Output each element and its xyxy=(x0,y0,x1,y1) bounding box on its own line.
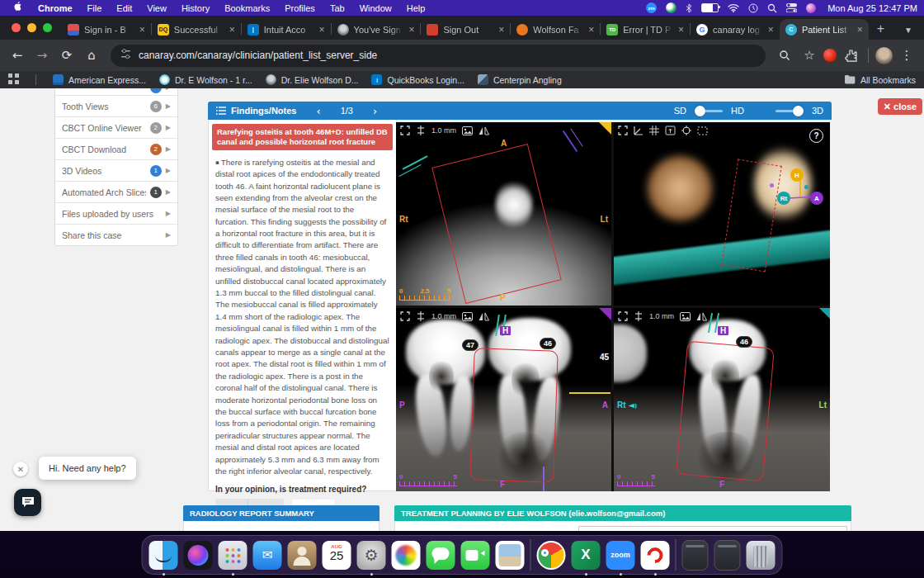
expand-icon[interactable] xyxy=(400,311,410,321)
sidebar-item-cbct-download[interactable]: CBCT Download2▶ xyxy=(55,138,177,159)
tab-patient-list-active[interactable]: CPatient List× xyxy=(780,19,869,40)
home-button[interactable]: ⌂ xyxy=(81,45,102,66)
audio-icon[interactable]: ◄) xyxy=(628,400,637,410)
clock-status-icon[interactable] xyxy=(748,2,758,14)
viewer-quadrant-axial[interactable]: 1.0 mm A Rt Lt P 02.55 xyxy=(396,122,611,306)
3d-toggle[interactable] xyxy=(776,106,804,116)
tab-close-icon[interactable]: × xyxy=(498,25,504,35)
help-icon[interactable]: ? xyxy=(809,129,823,143)
sidebar-item-partial[interactable]: ▶ xyxy=(55,88,177,95)
tab-intuit[interactable]: |Intuit Acco× xyxy=(242,19,331,40)
zoom-status-icon[interactable]: zm xyxy=(646,2,657,13)
dock-minimized-window-2[interactable] xyxy=(714,540,741,571)
menu-history[interactable]: History xyxy=(174,3,217,13)
tab-youve-signed[interactable]: You've Sign× xyxy=(332,19,421,40)
dock-messages-icon[interactable] xyxy=(427,541,455,570)
expand-icon[interactable] xyxy=(618,311,628,321)
flip-icon[interactable] xyxy=(696,312,707,321)
menu-tab[interactable]: Tab xyxy=(323,3,352,13)
sidebar-item-3d-videos[interactable]: 3D Videos1▶ xyxy=(55,159,177,181)
axis-head-marker[interactable]: H xyxy=(790,168,804,182)
sidebar-item-tooth-views[interactable]: Tooth Views6▶ xyxy=(55,95,177,116)
image-settings-icon[interactable] xyxy=(462,312,473,321)
findings-next-button[interactable]: › xyxy=(361,105,389,117)
window-zoom-button[interactable] xyxy=(43,23,52,32)
spotlight-search-icon[interactable] xyxy=(767,2,777,14)
bluetooth-icon[interactable] xyxy=(686,2,692,14)
sidebar-item-automated-arch-slices[interactable]: Automated Arch Slices1▶ xyxy=(55,181,177,202)
extension-trendmicro-icon[interactable] xyxy=(823,49,837,62)
tab-search-chevron-icon[interactable]: ▼ xyxy=(893,26,924,40)
bookmark-star-icon[interactable]: ☆ xyxy=(799,45,820,66)
siri-status-icon[interactable] xyxy=(806,3,816,13)
dock-photos-icon[interactable] xyxy=(392,541,421,570)
tab-close-icon[interactable]: × xyxy=(408,25,414,35)
back-button[interactable]: ← xyxy=(7,45,28,66)
chat-launcher-button[interactable] xyxy=(14,489,41,516)
dock-facetime-icon[interactable] xyxy=(461,541,490,570)
tab-successful[interactable]: DQSuccessful× xyxy=(152,19,241,40)
radiology-report-summary-header[interactable]: RADIOLOGY REPORT SUMMARY xyxy=(183,505,380,521)
battery-icon[interactable] xyxy=(701,3,719,12)
menu-edit[interactable]: Edit xyxy=(109,3,139,13)
viewer-quadrant-coronal[interactable]: 1.0 mm H 46 Rt ◄) Lt F 05 xyxy=(614,308,830,491)
dock-minimized-window-1[interactable] xyxy=(682,540,709,571)
menu-chrome[interactable]: Chrome xyxy=(31,3,80,13)
image-settings-icon[interactable] xyxy=(462,126,473,135)
viewer-quadrant-3d[interactable]: ? H Rt A xyxy=(614,122,830,306)
webex-status-icon[interactable] xyxy=(666,2,676,13)
flip-icon[interactable] xyxy=(478,312,489,321)
extensions-puzzle-icon[interactable] xyxy=(840,45,861,66)
dock-trash-icon[interactable] xyxy=(747,541,776,570)
bookmark-dr-e-wolfson[interactable]: Dr. E Wolfson - 1 r... xyxy=(159,74,252,85)
address-bar[interactable]: canaray.com/canaray/clinician/patient_li… xyxy=(111,45,766,67)
expand-icon[interactable] xyxy=(400,126,410,135)
sidebar-item-share-case[interactable]: Share this case▶ xyxy=(55,224,177,245)
tab-close-icon[interactable]: × xyxy=(588,25,594,35)
crosshair-icon[interactable] xyxy=(681,126,691,135)
rotate-axes-icon[interactable] xyxy=(634,126,644,135)
flip-icon[interactable] xyxy=(478,126,489,135)
dock-finder-icon[interactable] xyxy=(149,541,178,570)
layers-up-icon[interactable] xyxy=(665,126,676,135)
tab-close-icon[interactable]: × xyxy=(678,25,684,35)
dock-siri-icon[interactable] xyxy=(184,541,213,570)
dock-zoom-icon[interactable]: zoom xyxy=(606,541,635,570)
dock-contacts-icon[interactable] xyxy=(288,541,317,570)
chat-dismiss-button[interactable]: ✕ xyxy=(13,462,28,476)
sd-hd-toggle[interactable] xyxy=(695,106,723,116)
dock-mail-icon[interactable]: ✉ xyxy=(253,541,282,570)
tab-canaray-login[interactable]: Gcanaray log× xyxy=(691,19,780,40)
measure-icon[interactable] xyxy=(634,311,644,321)
dock-chrome-icon[interactable] xyxy=(537,541,566,570)
menu-bar-clock[interactable]: Mon Aug 25 12:47 PM xyxy=(827,3,917,13)
tab-close-icon[interactable]: × xyxy=(139,25,145,35)
dock-calendar-icon[interactable]: AUG25 xyxy=(323,541,351,570)
dock-excel-icon[interactable]: X xyxy=(572,541,601,570)
close-case-button[interactable]: ✕ close xyxy=(878,98,922,115)
browser-menu-icon[interactable]: ⋮ xyxy=(896,45,917,66)
tab-close-icon[interactable]: × xyxy=(229,25,235,35)
menu-view[interactable]: View xyxy=(139,3,174,13)
search-tabs-icon[interactable] xyxy=(774,45,795,66)
all-bookmarks-button[interactable]: All Bookmarks xyxy=(845,75,916,85)
tab-close-icon[interactable]: × xyxy=(768,25,774,35)
dock-settings-icon[interactable]: ⚙ xyxy=(357,541,386,570)
window-minimize-button[interactable] xyxy=(27,23,36,32)
window-close-button[interactable] xyxy=(12,23,21,32)
axis-anterior-marker[interactable]: A xyxy=(810,192,823,205)
measure-icon[interactable] xyxy=(416,311,426,321)
tab-td-error[interactable]: TDError | TD P× xyxy=(601,19,690,40)
bookmark-american-express[interactable]: American Express... xyxy=(53,74,146,85)
image-settings-icon[interactable] xyxy=(680,312,691,321)
menu-window[interactable]: Window xyxy=(352,3,399,13)
profile-avatar[interactable] xyxy=(875,47,893,64)
tab-sign-in[interactable]: Sign in - B× xyxy=(62,19,151,40)
bookmark-dr-elie-wolfson[interactable]: Dr. Elie Wolfson D... xyxy=(266,74,359,85)
dock-acrobat-icon[interactable] xyxy=(641,541,670,570)
menu-bookmarks[interactable]: Bookmarks xyxy=(217,3,277,13)
apple-menu-icon[interactable] xyxy=(7,2,31,14)
new-tab-button[interactable]: + xyxy=(869,21,893,40)
wifi-icon[interactable] xyxy=(728,2,739,14)
grid-icon[interactable] xyxy=(649,126,659,135)
